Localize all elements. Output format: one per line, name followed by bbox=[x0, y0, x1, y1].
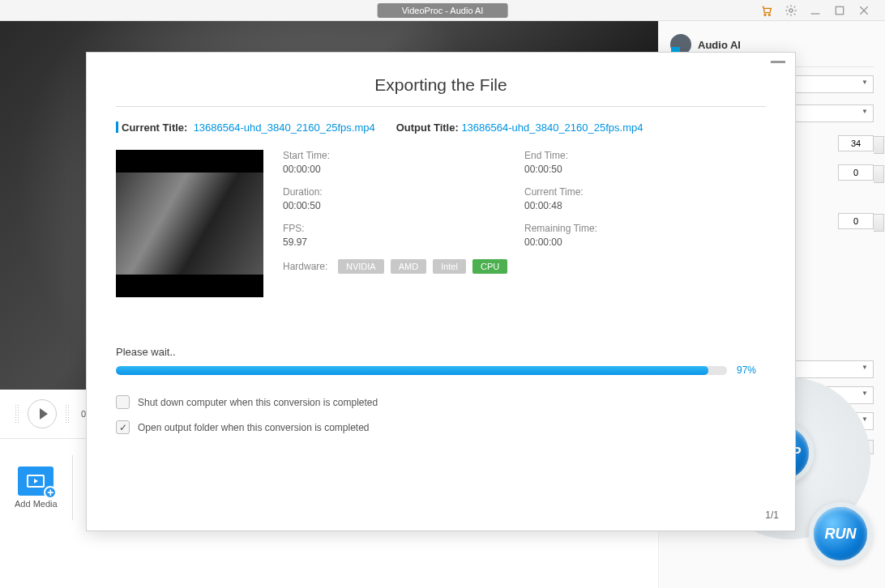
end-time-value: 00:00:50 bbox=[524, 164, 766, 175]
svg-rect-4 bbox=[836, 6, 843, 14]
window-title: VideoProc - Audio AI bbox=[378, 3, 508, 18]
play-button[interactable] bbox=[28, 399, 57, 428]
hw-chip-nvidia: NVIDIA bbox=[338, 259, 384, 274]
dialog-minimize-icon[interactable] bbox=[771, 61, 785, 63]
progress-bar bbox=[116, 366, 727, 375]
right-panel-title: Audio AI bbox=[698, 39, 741, 51]
cart-icon[interactable] bbox=[760, 4, 773, 17]
close-icon[interactable] bbox=[857, 4, 870, 17]
value-spinner[interactable]: 0 bbox=[838, 213, 874, 229]
remaining-time-label: Remaining Time: bbox=[524, 223, 766, 234]
add-media-button[interactable]: + Add Media bbox=[15, 467, 58, 509]
fps-label: FPS: bbox=[283, 223, 524, 234]
progress-percent: 97% bbox=[737, 364, 766, 376]
current-title-label: Current Title: bbox=[122, 121, 187, 134]
run-button[interactable]: RUN bbox=[809, 502, 872, 565]
shutdown-label: Shut down computer when this conversion … bbox=[138, 397, 378, 408]
value-spinner[interactable]: 34 bbox=[838, 135, 874, 151]
wait-label: Please wait.. bbox=[116, 346, 766, 358]
svg-marker-8 bbox=[34, 479, 38, 484]
open-folder-label: Open output folder when this conversion … bbox=[138, 422, 370, 433]
hw-chip-amd: AMD bbox=[391, 259, 426, 274]
hw-chip-cpu: CPU bbox=[472, 259, 507, 274]
hw-chip-intel: Intel bbox=[433, 259, 466, 274]
shutdown-checkbox[interactable] bbox=[116, 395, 130, 409]
end-time-label: End Time: bbox=[524, 150, 766, 161]
minimize-icon[interactable] bbox=[809, 4, 822, 17]
fps-value: 59.97 bbox=[283, 236, 524, 248]
start-time-label: Start Time: bbox=[283, 150, 524, 161]
add-media-label: Add Media bbox=[15, 499, 58, 509]
output-title-label: Output Title: bbox=[396, 121, 459, 134]
svg-point-2 bbox=[789, 9, 793, 12]
grip-icon bbox=[65, 404, 70, 424]
gear-icon[interactable] bbox=[785, 4, 797, 17]
value-spinner[interactable]: 0 bbox=[838, 164, 874, 181]
remaining-time-value: 00:00:00 bbox=[524, 236, 766, 248]
add-media-icon: + bbox=[18, 467, 53, 496]
grip-icon bbox=[15, 404, 19, 424]
current-time-value: 00:00:48 bbox=[524, 200, 766, 211]
duration-value: 00:00:50 bbox=[283, 200, 524, 211]
titlebar: VideoProc - Audio AI bbox=[0, 0, 885, 21]
start-time-value: 00:00:00 bbox=[283, 164, 524, 175]
svg-point-0 bbox=[764, 14, 766, 15]
maximize-icon[interactable] bbox=[833, 4, 846, 17]
export-dialog: Exporting the File Current Title: 136865… bbox=[86, 52, 796, 531]
current-time-label: Current Time: bbox=[524, 186, 766, 198]
current-title-value: 13686564-uhd_3840_2160_25fps.mp4 bbox=[194, 121, 375, 134]
svg-point-1 bbox=[768, 14, 770, 15]
output-title-value: 13686564-uhd_3840_2160_25fps.mp4 bbox=[461, 121, 643, 134]
open-folder-checkbox[interactable] bbox=[116, 420, 130, 434]
dialog-title: Exporting the File bbox=[116, 75, 766, 95]
export-thumbnail bbox=[116, 150, 263, 297]
hardware-label: Hardware: bbox=[283, 261, 331, 272]
page-counter: 1/1 bbox=[765, 509, 779, 521]
progress-fill bbox=[116, 366, 708, 375]
duration-label: Duration: bbox=[283, 186, 524, 198]
